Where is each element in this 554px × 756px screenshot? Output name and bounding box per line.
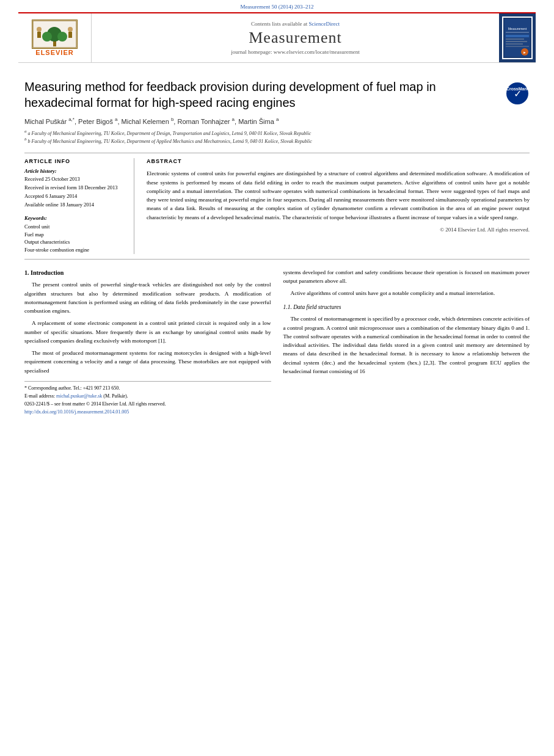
received-revised-date: Received in revised form 18 December 201…	[24, 184, 125, 192]
page: Measurement 50 (2014) 203–212	[0, 0, 554, 756]
svg-point-4	[57, 32, 67, 42]
footnote-doi: http://dx.doi.org/10.1016/j.measurement.…	[24, 409, 271, 415]
svg-rect-8	[68, 32, 72, 38]
footnote-corresponding: * Corresponding author. Tel.: +421 907 2…	[24, 385, 271, 391]
rule-after-title	[24, 153, 530, 153]
affiliations: a a Faculty of Mechanical Engineering, T…	[24, 129, 499, 145]
article-info-panel: Article Info Article history: Received 2…	[24, 158, 134, 254]
copyright-line: © 2014 Elsevier Ltd. All rights reserved…	[147, 227, 530, 233]
svg-point-7	[68, 27, 73, 32]
journal-right-block: Measurement ►	[499, 13, 536, 62]
svg-point-3	[42, 32, 52, 42]
right-para-3: The control of motormanagement is specif…	[283, 314, 530, 376]
sciencedirect-line: Contents lists available at ScienceDirec…	[251, 21, 340, 27]
svg-text:✓: ✓	[514, 89, 522, 99]
footnote-issn: 0263-2241/$ – see front matter © 2014 El…	[24, 401, 271, 407]
author-puskar: Michal Puškár a,*	[24, 118, 75, 125]
sciencedirect-link-text: ScienceDirect	[309, 21, 340, 27]
svg-point-5	[37, 27, 42, 32]
svg-text:►: ►	[523, 51, 527, 54]
keyword-1: Control unit	[24, 223, 125, 231]
abstract-text: Electronic systems of control units for …	[147, 169, 530, 222]
intro-heading: 1. Introduction	[24, 268, 271, 278]
sciencedirect-label: Contents lists available at	[251, 21, 307, 27]
footnote-section: * Corresponding author. Tel.: +421 907 2…	[24, 381, 271, 416]
top-reference: Measurement 50 (2014) 203–212	[0, 0, 554, 12]
svg-text:Measurement: Measurement	[508, 27, 527, 31]
author-sima: Martin Šima a	[238, 118, 279, 125]
abstract-title: Abstract	[147, 158, 530, 164]
affiliation-a: a a Faculty of Mechanical Engineering, T…	[24, 129, 499, 137]
article-info-title: Article Info	[24, 158, 125, 164]
elsevier-tree-icon	[32, 20, 78, 49]
history-label: Article history:	[24, 168, 125, 174]
article-body: Article Info Article history: Received 2…	[24, 158, 530, 254]
journal-reference-text: Measurement 50 (2014) 203–212	[240, 4, 313, 10]
keyword-4: Four-stroke combustion engine	[24, 246, 125, 254]
sciencedirect-link[interactable]: ScienceDirect	[309, 21, 340, 27]
elsevier-logo: ELSEVIER	[18, 13, 92, 62]
svg-rect-19	[506, 46, 529, 47]
article-title-text: Measuring method for feedback provision …	[24, 79, 499, 147]
article-two-column: 1. Introduction The present control unit…	[24, 268, 530, 417]
journal-title: Measurement	[249, 29, 342, 47]
available-online-date: Available online 18 January 2014	[24, 202, 125, 209]
keyword-3: Output characteristics	[24, 238, 125, 246]
crossmark-icon: CrossMark ✓	[505, 81, 530, 106]
accepted-date: Accepted 6 January 2014	[24, 193, 125, 200]
intro-para-2: A replacement of some electronic compone…	[24, 319, 271, 345]
article-title-section: Measuring method for feedback provision …	[24, 79, 530, 147]
intro-para-1: The present control units of powerful si…	[24, 280, 271, 315]
subsection-1-1: 1.1. Data field structures	[283, 303, 530, 312]
authors-line: Michal Puškár a,*, Peter Bigoš a, Michal…	[24, 117, 499, 125]
article-right-col: systems developed for comfort and safety…	[283, 268, 530, 417]
homepage-url: journal homepage: www.elsevier.com/locat…	[231, 49, 359, 55]
intro-para-3: The most of produced motormanagement sys…	[24, 349, 271, 375]
footnote-email: E-mail address: michal.puskar@tuke.sk (M…	[24, 393, 271, 399]
article-left-col: 1. Introduction The present control unit…	[24, 268, 271, 417]
svg-rect-17	[506, 41, 527, 42]
journal-right-graphic: Measurement ►	[502, 16, 533, 59]
svg-rect-16	[506, 38, 524, 40]
elsevier-wordmark: ELSEVIER	[35, 49, 73, 56]
svg-rect-6	[37, 32, 41, 38]
right-para-2: Active algorithms of control units have …	[283, 289, 530, 297]
journal-header: ELSEVIER Contents lists available at Sci…	[18, 12, 536, 63]
crossmark-badge[interactable]: CrossMark ✓	[505, 81, 530, 106]
footnote-doi-link[interactable]: http://dx.doi.org/10.1016/j.measurement.…	[24, 409, 129, 415]
author-bigos: Peter Bigoš a	[78, 118, 117, 125]
affiliation-b: b b Faculty of Mechanical Engineering, T…	[24, 137, 499, 145]
keywords-label: Keywords:	[24, 215, 125, 221]
keyword-2: Fuel map	[24, 231, 125, 239]
doi-text: http://dx.doi.org/10.1016/j.measurement.…	[24, 409, 129, 415]
journal-cover-icon: Measurement ►	[503, 18, 531, 58]
author-kelemen: Michal Kelemen b	[122, 118, 174, 125]
received-date: Received 25 October 2013	[24, 176, 125, 183]
svg-rect-18	[506, 43, 523, 45]
right-para-1: systems developed for comfort and safety…	[283, 268, 530, 286]
journal-center-header: Contents lists available at ScienceDirec…	[92, 13, 499, 62]
svg-rect-15	[506, 35, 529, 37]
author-tonhajzer: Roman Tonhajzer a	[177, 118, 235, 125]
keywords-section: Keywords: Control unit Fuel map Output c…	[24, 215, 125, 254]
rule-after-abstract	[24, 259, 530, 260]
article-title: Measuring method for feedback provision …	[24, 79, 499, 111]
abstract-section: Abstract Electronic systems of control u…	[147, 158, 530, 254]
homepage-line: journal homepage: www.elsevier.com/locat…	[231, 49, 359, 55]
footnote-email-link[interactable]: michal.puskar@tuke.sk	[56, 393, 102, 399]
main-content: Measuring method for feedback provision …	[0, 63, 554, 429]
